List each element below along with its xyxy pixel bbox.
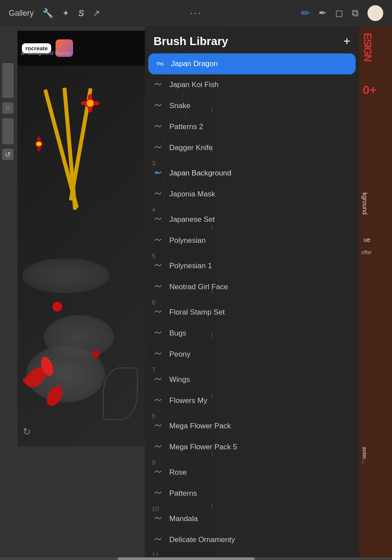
brush-icon-mega-flower-pack-5 [152,441,164,453]
brush-item-neotrad-girl-face[interactable]: Neotrad Girl Face [145,276,359,298]
wrench-icon[interactable]: 🔧 [42,8,53,18]
eraser-tool-icon[interactable]: ◻ [335,7,343,19]
gallery-button[interactable]: Gallery [9,9,34,18]
more-options-icon[interactable]: ··· [190,7,202,18]
brush-name-japan-dragon: Japan Dragon [171,60,350,68]
brush-item-polynesian-1[interactable]: 5 Polynesian 1 [145,251,359,276]
brush-library-panel: Brush Library + Japan Dragon Japan Koi F… [145,26,359,560]
right-text-offer: offer [361,249,372,256]
right-text-design: ESIGN [361,33,374,61]
brush-item-japan-koi-fish[interactable]: Japan Koi Fish [145,74,359,95]
drag-handle-3[interactable]: ⌇ [211,224,214,231]
brush-icon-floral-stamp-set [152,306,164,318]
brush-name-floral-stamp-set: Floral Stamp Set [169,308,352,317]
brush-item-patterns-2[interactable]: Patterns 2 [145,116,359,137]
magic-wand-icon[interactable]: ✦ [62,8,70,18]
brush-icon-peony [152,348,164,360]
left-tools-panel: □ ↺ [0,61,15,160]
brush-item-japonia-mask[interactable]: Japonia Mask [145,184,359,205]
brush-icon-neotrad-girl-face [152,281,164,293]
section-number-3: 3 [152,159,155,167]
brush-icon-polynesian [152,234,164,247]
opacity-slider[interactable] [2,118,14,144]
brush-icon-wings [152,374,164,386]
brush-icon-snake [152,100,164,112]
brush-name-rose: Rose [169,468,352,477]
horizontal-scrollbar[interactable] [0,557,392,560]
right-preview-panel: ESIGN 0+ kground ue offer aster... [359,26,392,560]
brush-item-delicate-ornamenty[interactable]: Delicate Ornamenty [145,529,359,550]
section-number-6: 6 [152,298,155,306]
square-tool[interactable]: □ [2,102,14,114]
brush-item-flowers-my[interactable]: Flowers My [145,390,359,411]
brush-icon-japonia-mask [152,188,164,200]
brush-item-ornament-neotraditi[interactable]: 11 Ornament Neotraditi... [145,550,359,556]
avatar[interactable] [368,5,383,21]
pencil-tool-icon[interactable]: ✒ [318,7,326,19]
right-text-aster: aster... [361,447,368,464]
section-number-8: 8 [152,412,155,420]
cloud-decoration-2 [44,315,114,359]
brush-icon-mega-flower-pack [152,420,164,432]
smudge-icon[interactable]: S [78,8,84,18]
brush-name-dagger-knife: Dagger Knife [169,144,352,152]
drag-handle-6[interactable]: ⌇ [211,394,214,400]
layers-icon[interactable]: ⧉ [352,7,359,19]
brush-name-japan-koi-fish: Japan Koi Fish [169,80,352,89]
undo-tool[interactable]: ↺ [2,149,14,160]
artwork-canvas[interactable]: rocreate an Background Stamps [18,31,147,446]
brush-item-bugs[interactable]: Bugs [145,323,359,344]
brush-icon-mandala [152,513,164,525]
flower-4 [92,350,100,358]
toolbar-left: Gallery 🔧 ✦ S ↗ [9,8,100,18]
brush-name-bugs: Bugs [169,329,352,338]
drag-handle-5[interactable]: ⌇ [211,332,214,339]
drag-handle-2[interactable]: ⌇ [211,147,214,154]
brush-item-dagger-knife[interactable]: Dagger Knife [145,137,359,158]
brush-item-peony[interactable]: Peony [145,344,359,365]
drag-handle-4[interactable]: ⌇ [211,289,214,295]
artwork-header: rocreate [18,31,147,66]
brush-item-snake[interactable]: Snake [145,95,359,116]
size-slider[interactable] [2,63,14,98]
section-number-7: 7 [152,366,155,373]
drag-handle-8[interactable]: ⌇ [211,503,214,509]
brush-item-mandala[interactable]: 10 Mandala [145,504,359,529]
brush-name-flowers-my: Flowers My [169,396,352,405]
brush-item-floral-stamp-set[interactable]: 6 Floral Stamp Set [145,298,359,323]
brush-item-japanese-set[interactable]: 4 Japanese Set [145,205,359,230]
artwork-subtitle: an Background Stamps [21,50,71,56]
brush-name-mega-flower-pack: Mega Flower Pack [169,422,352,430]
brush-item-japan-background[interactable]: 3 Japan Background [145,158,359,184]
scrollbar-thumb[interactable] [118,557,255,560]
brush-item-mega-flower-pack[interactable]: 8 Mega Flower Pack [145,411,359,437]
flower-1 [85,98,95,108]
pen-tool-icon[interactable]: ✏ [301,7,310,19]
brush-icon-rose [152,466,164,479]
brush-icon-polynesian-1 [152,260,164,272]
toolbar: Gallery 🔧 ✦ S ↗ ··· ✏ ✒ ◻ ⧉ [0,0,392,26]
brush-item-patterns[interactable]: Patterns [145,483,359,504]
brush-name-japan-background: Japan Background [169,169,352,178]
section-number-5: 5 [152,252,155,259]
brush-item-polynesian[interactable]: Polynesian [145,230,359,251]
brush-icon-patterns [152,487,164,500]
add-brush-button[interactable]: + [343,34,350,48]
redo-icon[interactable]: ↻ [23,426,31,438]
drag-handle-1[interactable]: ⌇ [211,107,214,113]
brush-item-wings[interactable]: 7 Wings [145,365,359,390]
brush-panel-header: Brush Library + [145,26,359,53]
brush-item-mega-flower-pack-5[interactable]: Mega Flower Pack 5 [145,437,359,458]
brush-icon-patterns-2 [152,121,164,133]
drag-handle-7[interactable]: ⌇ [211,451,214,457]
brush-item-rose[interactable]: 9 Rose [145,458,359,483]
right-text-0plus: 0+ [363,83,377,97]
brush-list: Japan Dragon Japan Koi Fish Snake [145,53,359,556]
section-number-10: 10 [152,505,159,512]
brush-item-japan-dragon[interactable]: Japan Dragon [148,53,356,74]
brush-name-mega-flower-pack-5: Mega Flower Pack 5 [169,443,352,452]
yellow-line-2 [63,88,77,210]
right-text-ue: ue [364,236,371,243]
brush-name-snake: Snake [169,102,352,110]
transform-icon[interactable]: ↗ [93,8,100,18]
